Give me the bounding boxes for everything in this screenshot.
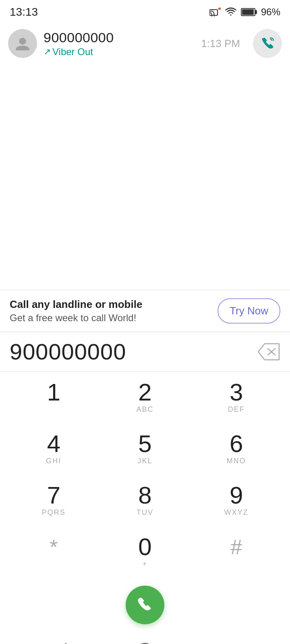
key-4-digit: 4 [47,432,60,456]
call-button[interactable] [126,586,164,624]
try-now-button[interactable]: Try Now [218,298,280,324]
call-info: 900000000 Viber Out [44,30,195,58]
promo-text: Call any landline or mobile Get a free w… [10,298,218,324]
dialpad-input-row: 900000000 [0,332,290,372]
key-2-digit: 2 [138,380,151,405]
key-5[interactable]: 5 JKL [99,423,191,475]
key-star-symbol: * [50,537,58,557]
key-hash-symbol: # [230,537,242,557]
key-9-letters: WXYZ [224,508,249,517]
key-5-letters: JKL [137,457,152,466]
phone-in-call-icon [260,36,275,51]
key-8-digit: 8 [138,483,151,508]
backspace-icon [257,343,280,361]
battery-percent: 96% [261,6,280,18]
person-icon [15,36,30,51]
status-bar: 13:13 96% [0,0,290,23]
call-timestamp: 1:13 PM [201,37,240,50]
call-action-button[interactable] [253,29,282,58]
key-5-digit: 5 [138,432,151,456]
wifi-icon [225,7,237,17]
key-7-letters: PQRS [42,508,66,517]
cast-icon [209,8,221,17]
bottom-nav [0,632,290,644]
call-row [0,578,290,628]
dialpad-input-display: 900000000 [10,339,253,365]
battery-icon [241,8,255,16]
promo-title: Call any landline or mobile [10,298,218,311]
key-0-letters: + [143,560,148,569]
viber-out-label: Viber Out [44,46,195,58]
key-2[interactable]: 2 ABC [99,372,191,423]
key-0[interactable]: 0 + [99,526,191,578]
key-6-letters: MNO [227,457,246,466]
key-3[interactable]: 3 DEF [191,372,282,423]
dialpad-grid: 1 2 ABC 3 DEF 4 GHI 5 JKL 6 MNO 7 PQRS 8… [0,372,290,578]
call-header: 900000000 Viber Out 1:13 PM [0,23,290,64]
key-1[interactable]: 1 [8,372,99,423]
key-4[interactable]: 4 GHI [8,423,99,475]
key-6[interactable]: 6 MNO [191,423,282,475]
key-7[interactable]: 7 PQRS [8,475,99,526]
status-time: 13:13 [10,6,38,19]
avatar [8,29,37,58]
back-button[interactable] [47,640,71,644]
key-6-digit: 6 [230,432,243,456]
call-number: 900000000 [44,30,195,45]
home-button[interactable] [133,640,157,644]
recent-apps-button[interactable] [219,640,243,644]
svg-point-3 [19,38,26,45]
chat-area [0,64,290,290]
status-icons: 96% [209,6,280,18]
backspace-button[interactable] [256,342,280,362]
key-3-digit: 3 [230,380,243,405]
key-9[interactable]: 9 WXYZ [191,475,282,526]
key-8-letters: TUV [137,508,153,517]
key-4-letters: GHI [46,457,61,466]
key-9-digit: 9 [230,483,243,508]
key-2-letters: ABC [136,405,153,414]
svg-rect-2 [218,8,221,10]
promo-banner: Call any landline or mobile Get a free w… [0,290,290,332]
key-8[interactable]: 8 TUV [99,475,191,526]
key-3-letters: DEF [228,405,245,414]
promo-subtitle: Get a free week to call World! [10,312,218,324]
call-phone-icon [135,595,155,615]
key-hash[interactable]: # [191,526,282,578]
key-star[interactable]: * [8,526,99,578]
key-0-digit: 0 [138,535,151,559]
key-1-digit: 1 [47,380,60,405]
key-7-digit: 7 [47,483,60,508]
